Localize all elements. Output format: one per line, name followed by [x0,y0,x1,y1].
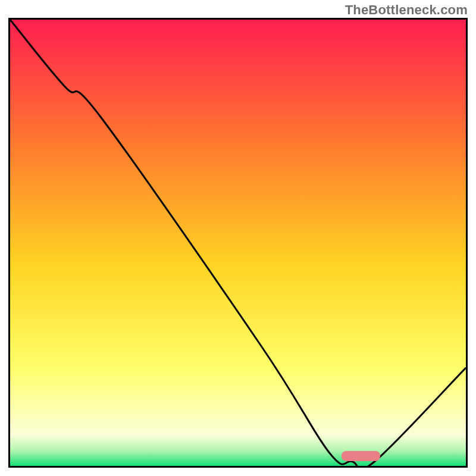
watermark-text: TheBottleneck.com [345,2,468,18]
optimum-marker [342,451,380,461]
chart-frame [8,18,468,468]
chart-curve [10,20,466,466]
